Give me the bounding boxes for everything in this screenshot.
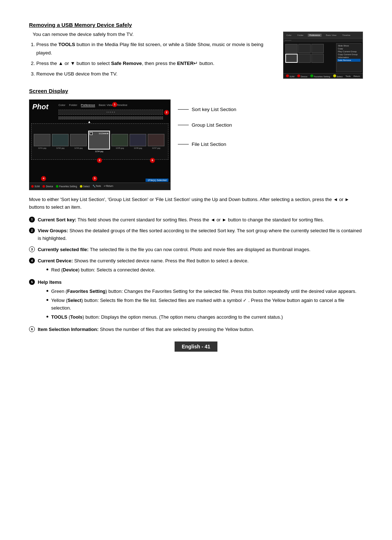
bullet-dot-4-1: [46, 269, 48, 270]
sd-bottom-return: ↩Return: [104, 185, 113, 188]
tv-tab-color: Color: [285, 34, 293, 37]
tv-bottom-select: Select: [333, 74, 343, 78]
tv-menu-information: Information: [337, 56, 360, 59]
tv-tab-preference: Preference: [308, 34, 321, 37]
item-5-text: Help Items Green (Favorites Setting) but…: [38, 279, 363, 322]
sd-thumbnails: 1231.jpg 1232.jpg 1233.jpg: [31, 123, 168, 160]
item-5-bullet-1-text: Green (Favorites Setting) button: Change…: [51, 288, 356, 295]
item-6: 6 Item Selection Information: Shows the …: [29, 326, 363, 334]
sd-bottom-sum: SUM: [31, 185, 40, 188]
tv-bottom-bar: SUM Device Favorites Setting Select Tool…: [283, 73, 363, 78]
tv-content: Slide Show Copy Play Current Group Copy …: [283, 42, 363, 73]
bullet-dot-5-2: [46, 299, 48, 301]
sd-badge-1: 1: [112, 102, 117, 107]
tv-menu-saferemove: Safe Remove: [337, 59, 360, 62]
sd-bottom-tools: 🔧Tools: [93, 185, 101, 188]
item-5-bullets: Green (Favorites Setting) button: Change…: [46, 288, 363, 321]
item-4-bullet-1: Red (Device) button: Selects a connected…: [46, 266, 363, 274]
tv-thumb-4: [298, 54, 311, 63]
tv-tab-basicview: Basic View: [324, 34, 338, 37]
tv-thumb-selected: [285, 54, 298, 63]
sd-label-file: File List Section: [178, 142, 236, 147]
item-4-bullets: Red (Device) button: Selects a connected…: [46, 266, 363, 274]
sd-label-line-group: [178, 125, 189, 125]
sd-selected-badge: 1File(s) Selected: [146, 179, 168, 182]
sd-title: Phot: [32, 103, 48, 111]
tv-menu-copy: Copy: [337, 47, 360, 50]
instructions-list: You can remove the device safely from th…: [29, 32, 283, 81]
tv-bottom-tools: Tools: [346, 75, 351, 77]
sd-label-group-text: Group List Section: [192, 122, 232, 128]
sd-tab-color: Color: [58, 103, 65, 107]
sd-tab-preference: Preference: [81, 103, 95, 107]
sd-tab-basicview: Basic View: [99, 103, 113, 107]
item-5-bullet-3-text: TOOLS (Tools) button: Displays the optio…: [51, 314, 283, 321]
section-title-usb: Removing a USB Memory Device Safely: [29, 22, 363, 28]
circle-2: 2: [29, 228, 35, 233]
tv-screenshot: Color Folder Preference Basic View Timel…: [283, 32, 363, 79]
screen-display-container: Phot Color Folder Preference Basic View …: [29, 99, 363, 190]
sd-thumb-1237: 1237.jpg: [148, 134, 164, 149]
footer: English - 41: [0, 341, 392, 352]
sd-sort-bar: • • • • • 2: [58, 110, 163, 115]
tv-thumb-3: [311, 44, 324, 53]
sd-thumb-1235: 1235.jpg: [111, 134, 128, 149]
sd-dots: • • • • •: [107, 110, 115, 114]
bullet-dot-5-1: [46, 290, 48, 292]
item-6-text: Item Selection Information: Shows the nu…: [38, 326, 363, 334]
sd-tab-timeline: Timeline: [117, 103, 127, 107]
sd-tab-folder: Folder: [69, 103, 77, 107]
screen-display-image: Phot Color Folder Preference Basic View …: [29, 99, 171, 190]
tv-menu-copycurrent: Copy Current Group: [337, 53, 360, 56]
sd-badge-6: 6: [150, 158, 155, 163]
numbered-items: 1 Current Sort key: This field shows the…: [29, 216, 363, 334]
circle-4: 4: [29, 258, 35, 263]
item-3-text: Currently selected file: The selected fi…: [38, 246, 363, 254]
item-5-bullet-1: Green (Favorites Setting) button: Change…: [46, 288, 363, 295]
instructions-with-image: You can remove the device safely from th…: [29, 32, 363, 81]
circle-5: 5: [29, 279, 35, 285]
item-5-bullet-2: Yellow (Select) button: Selects file fro…: [46, 297, 363, 312]
step-2: Press the ▲ or ▼ button to select Safe R…: [36, 60, 276, 68]
intro-text: You can remove the device safely from th…: [33, 32, 276, 37]
tv-menu-slideshow: Slide Show: [337, 44, 360, 47]
tv-bottom-device: Device: [297, 74, 307, 78]
tv-menu: Slide Show Copy Play Current Group Copy …: [336, 43, 362, 72]
tv-bottom-return: Return: [354, 75, 360, 77]
sd-label-sort-text: Sort key List Section: [192, 107, 236, 112]
sd-bottom-device: Device: [42, 185, 53, 188]
circle-6: 6: [29, 326, 35, 332]
step-3: Remove the USB device from the TV.: [36, 70, 276, 78]
item-3: 3 Currently selected file: The selected …: [29, 246, 363, 254]
bullet-dot-5-3: [46, 316, 48, 318]
item-1-text: Current Sort key: This field shows the c…: [38, 216, 363, 224]
sd-badge-3: 3: [97, 158, 102, 163]
section-title-screen: Screen Display: [29, 88, 363, 94]
tv-tab-folder: Folder: [296, 34, 305, 37]
item-1: 1 Current Sort key: This field shows the…: [29, 216, 363, 224]
tv-tab-timeline: Timeline: [341, 34, 352, 37]
item-5-bullet-2-text: Yellow (Select) button: Selects file fro…: [51, 297, 363, 312]
sd-thumb-1231: 1231.jpg: [34, 134, 50, 149]
steps-list: Press the TOOLS button in the Media Play…: [36, 41, 276, 78]
page-container: Removing a USB Memory Device Safely You …: [0, 0, 392, 366]
circle-3: 3: [29, 246, 35, 252]
item-5: 5 Help Items Green (Favorites Setting) b…: [29, 279, 363, 322]
sd-thumb-1236: 1236.jpg: [130, 134, 146, 149]
tv-thumb-2: [298, 44, 311, 53]
sd-label-file-text: File List Section: [192, 142, 226, 147]
usb-section: Removing a USB Memory Device Safely You …: [29, 22, 363, 81]
tv-bottom-fav: Favorites Setting: [310, 74, 330, 78]
tv-thumb-1: [285, 44, 298, 53]
sd-bottom-bar: SUM Device Favorites Setting Select 🔧Too…: [29, 183, 170, 190]
sd-label-group: Group List Section: [178, 122, 236, 128]
step-1: Press the TOOLS button in the Media Play…: [36, 41, 276, 57]
item-2-text: View Groups: Shows the detailed groups o…: [38, 227, 363, 242]
sd-badge-4: 4: [41, 176, 46, 181]
sd-thumb-1234-selected: 5/15★★★ 1234.jpg: [88, 131, 110, 152]
footer-badge: English - 41: [175, 341, 218, 352]
tv-top-bar: Color Folder Preference Basic View Timel…: [283, 32, 363, 38]
tv-thumb-5: [311, 54, 324, 63]
item-5-bullet-3: TOOLS (Tools) button: Displays the optio…: [46, 314, 363, 321]
sd-label-sort: Sort key List Section: [178, 107, 236, 112]
